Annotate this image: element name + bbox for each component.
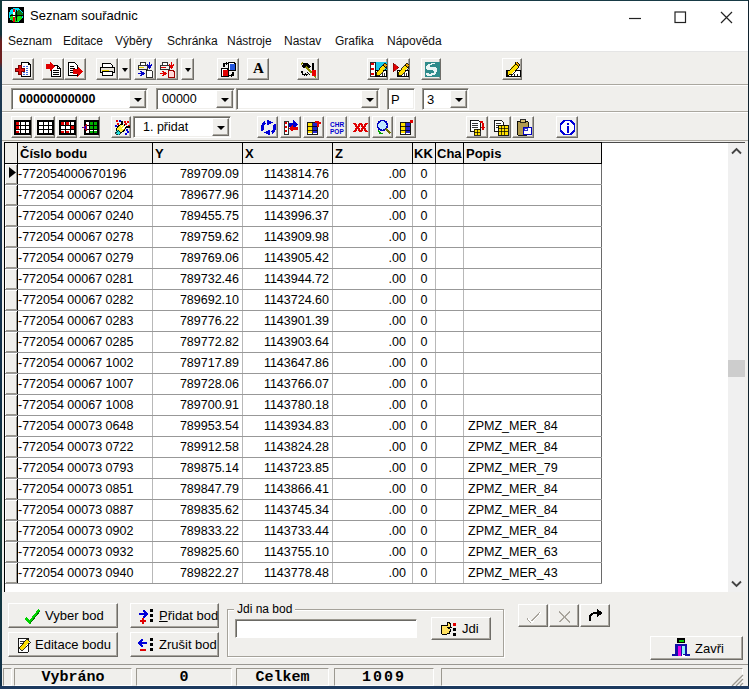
svg-text:CHR: CHR xyxy=(330,121,344,128)
svg-text:POP: POP xyxy=(330,128,344,135)
